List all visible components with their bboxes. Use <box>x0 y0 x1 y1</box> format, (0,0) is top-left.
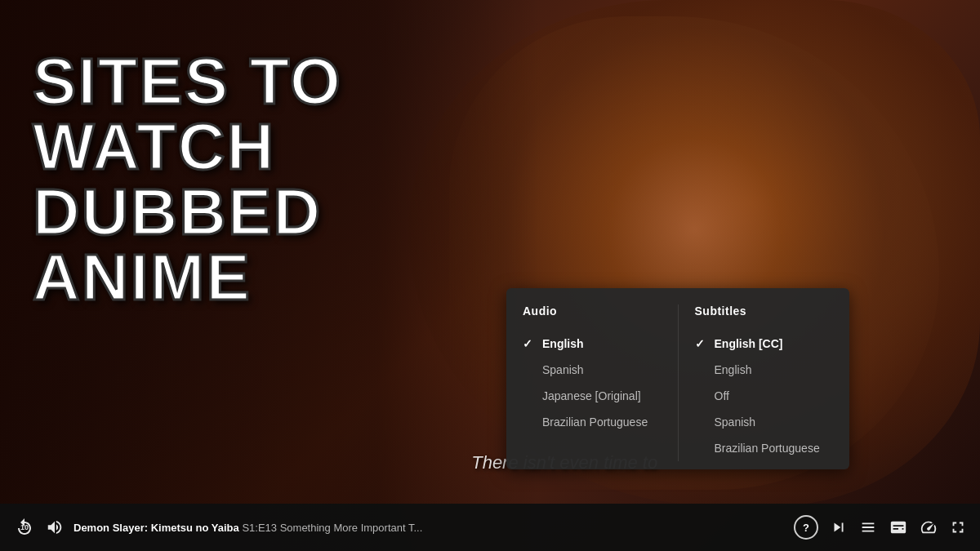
audio-header: Audio <box>523 304 662 318</box>
skip-forward-button[interactable] <box>830 518 848 536</box>
language-panel: Audio ✓ English Spanish Japanese [Origin… <box>506 288 849 469</box>
audio-label-english: English <box>542 337 584 350</box>
skip-forward-icon <box>830 518 848 536</box>
subtitles-button[interactable] <box>889 518 908 536</box>
help-button[interactable]: ? <box>794 515 818 540</box>
audio-option-english-selected[interactable]: ✓ English <box>523 331 662 357</box>
subtitle-label-portuguese: Brazilian Portuguese <box>715 442 820 455</box>
subtitles-header: Subtitles <box>695 304 834 318</box>
fullscreen-icon <box>949 518 967 536</box>
subtitles-column: Subtitles ✓ English [CC] English Off Spa… <box>679 304 850 461</box>
episode-info: Demon Slayer: Kimetsu no Yaiba S1:E13 So… <box>74 522 784 534</box>
help-label: ? <box>803 522 809 534</box>
subtitle-option-english-cc[interactable]: ✓ English [CC] <box>695 331 834 357</box>
control-bar: 10 Demon Slayer: Kimetsu no Yaiba S1:E13… <box>0 504 980 551</box>
volume-button[interactable] <box>46 518 64 536</box>
audio-label-japanese: Japanese [Original] <box>542 389 641 402</box>
subtitle-option-spanish[interactable]: Spanish <box>695 409 834 435</box>
replay-10-button[interactable]: 10 <box>13 516 36 539</box>
check-icon: ✓ <box>523 337 536 350</box>
audio-option-portuguese[interactable]: Brazilian Portuguese <box>523 409 662 435</box>
subtitle-label-off: Off <box>715 389 729 402</box>
speed-button[interactable] <box>920 518 938 536</box>
audio-column: Audio ✓ English Spanish Japanese [Origin… <box>506 304 679 461</box>
subtitle-option-portuguese[interactable]: Brazilian Portuguese <box>695 435 834 461</box>
subtitle-option-english[interactable]: English <box>695 357 834 383</box>
right-controls: ? <box>794 515 967 540</box>
show-title: Demon Slayer: Kimetsu no Yaiba <box>74 522 239 534</box>
audio-option-japanese[interactable]: Japanese [Original] <box>523 383 662 409</box>
subtitles-icon <box>889 518 908 536</box>
page-title: SITES TO WATCH DUBBED ANIME <box>33 49 342 310</box>
check-icon-sub: ✓ <box>695 337 708 350</box>
queue-button[interactable] <box>859 518 877 536</box>
subtitle-option-off[interactable]: Off <box>695 383 834 409</box>
replay-number: 10 <box>20 523 29 531</box>
audio-label-spanish: Spanish <box>542 363 584 376</box>
audio-option-spanish[interactable]: Spanish <box>523 357 662 383</box>
queue-icon <box>859 518 877 536</box>
speed-icon <box>920 518 938 536</box>
volume-icon <box>46 518 64 536</box>
subtitle-label-english-cc: English [CC] <box>715 337 783 350</box>
episode-subtitle: S1:E13 Something More Important T... <box>242 522 422 534</box>
subtitle-label-english: English <box>715 363 752 376</box>
audio-label-portuguese: Brazilian Portuguese <box>542 415 648 429</box>
fullscreen-button[interactable] <box>949 518 967 536</box>
subtitle-label-spanish: Spanish <box>715 415 756 429</box>
